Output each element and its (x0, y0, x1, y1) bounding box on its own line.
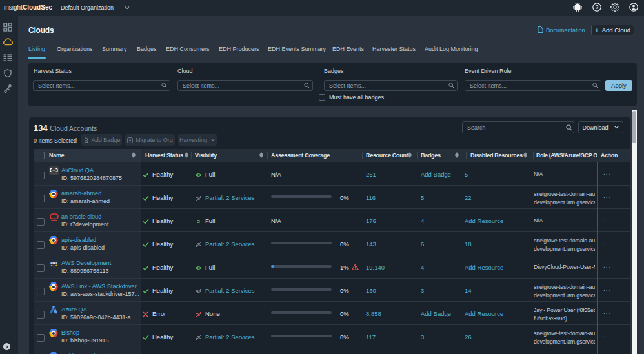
svg-text:aws: aws (50, 261, 57, 264)
